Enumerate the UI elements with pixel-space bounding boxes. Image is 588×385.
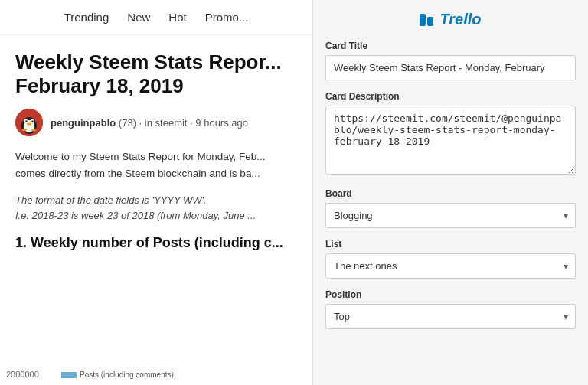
- list-label: List: [325, 239, 576, 250]
- card-description-label: Card Description: [325, 91, 576, 102]
- trello-box-tall: [420, 14, 426, 26]
- page-count-label: 2000000: [6, 370, 39, 379]
- author-community: ·: [139, 117, 145, 129]
- author-name[interactable]: penguinpablo: [51, 117, 116, 129]
- author-info: penguinpablo (73) · in steemit · 9 hours…: [51, 117, 248, 129]
- article-section-heading: 1. Weekly number of Posts (including c..…: [15, 235, 297, 251]
- position-label: Position: [325, 289, 576, 300]
- list-group: List The next ones Backlog Done ▾: [325, 239, 576, 279]
- svg-point-5: [25, 121, 27, 122]
- nav-new[interactable]: New: [127, 11, 150, 24]
- svg-point-6: [31, 121, 33, 122]
- article-title: Weekly Steem Stats Repor...February 18, …: [15, 51, 297, 98]
- article-italic: The format of the date fields is 'YYYY-W…: [15, 193, 297, 225]
- avatar: [15, 109, 43, 136]
- nav-bar: Trending New Hot Promo...: [0, 0, 312, 35]
- trello-logo-icon: [420, 14, 433, 26]
- main-content: Trending New Hot Promo... Weekly Steem S…: [0, 0, 312, 385]
- card-description-group: Card Description https://steemit.com/ste…: [325, 91, 576, 178]
- trello-logo-text: Trello: [439, 11, 481, 28]
- position-select-wrapper: Top Bottom ▾: [325, 304, 576, 329]
- author-row: penguinpablo (73) · in steemit · 9 hours…: [15, 109, 297, 136]
- legend-text: Posts (including comments): [80, 370, 174, 379]
- trello-panel: Trello Card Title Card Description https…: [312, 0, 588, 385]
- article-community[interactable]: in steemit: [145, 117, 188, 129]
- card-title-label: Card Title: [325, 41, 576, 51]
- board-group: Board Blogging Reading Writing ▾: [325, 188, 576, 228]
- author-score: (73): [119, 117, 136, 129]
- trello-box-short: [427, 17, 433, 26]
- card-title-input[interactable]: [325, 55, 576, 80]
- position-select[interactable]: Top Bottom: [325, 304, 576, 329]
- list-select-wrapper: The next ones Backlog Done ▾: [325, 253, 576, 279]
- trello-header: Trello: [325, 11, 576, 28]
- chart-legend: Posts (including comments): [61, 370, 174, 379]
- board-select[interactable]: Blogging Reading Writing: [325, 203, 576, 228]
- board-label: Board: [325, 188, 576, 199]
- list-select[interactable]: The next ones Backlog Done: [325, 253, 576, 279]
- article-body: Weekly Steem Stats Repor...February 18, …: [0, 35, 312, 266]
- svg-point-7: [27, 123, 31, 126]
- board-select-wrapper: Blogging Reading Writing ▾: [325, 203, 576, 228]
- legend-color-box: [61, 372, 77, 378]
- position-group: Position Top Bottom ▾: [325, 289, 576, 329]
- nav-trending[interactable]: Trending: [64, 11, 109, 24]
- article-time: 9 hours ago: [195, 117, 248, 129]
- card-description-textarea[interactable]: https://steemit.com/steemit/@penguinpabl…: [325, 106, 576, 175]
- card-title-group: Card Title: [325, 41, 576, 80]
- article-intro: Welcome to my Steem Stats Report for Mon…: [15, 148, 297, 181]
- nav-hot[interactable]: Hot: [168, 11, 186, 24]
- nav-promo[interactable]: Promo...: [205, 11, 249, 24]
